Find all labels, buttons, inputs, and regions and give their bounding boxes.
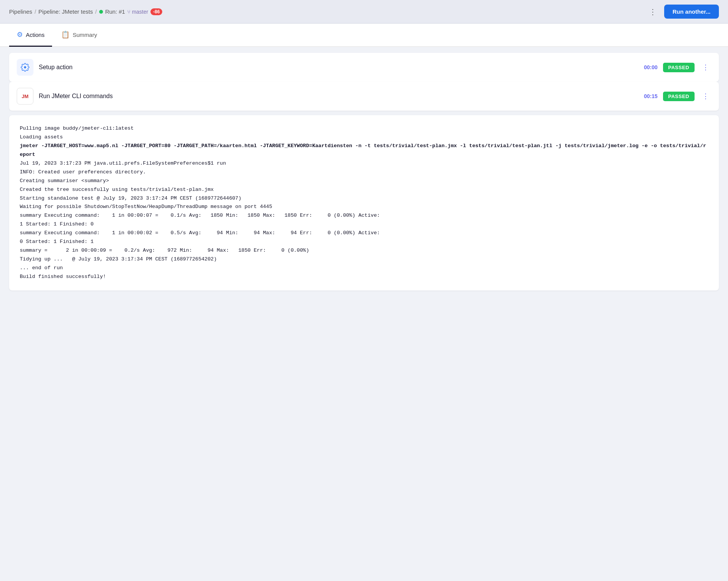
header-right: ⋮ Run another... (646, 5, 719, 19)
action-card-setup: Setup action 00:00 PASSED ⋮ (9, 53, 719, 82)
log-panel: Pulling image buddy/jmeter-cli:latestLoa… (9, 115, 719, 290)
breadcrumb-sep1: / (35, 8, 36, 15)
action-left-setup: Setup action (17, 59, 73, 76)
action-cards-container: Setup action 00:00 PASSED ⋮ JM Run JMete… (9, 53, 719, 111)
breadcrumb-pipeline[interactable]: Pipeline: JMeter tests (38, 8, 93, 15)
breadcrumb-pipelines[interactable]: Pipelines (9, 8, 32, 15)
actions-tab-label: Actions (26, 32, 44, 38)
action-card-jmeter: JM Run JMeter CLI commands 00:15 PASSED … (9, 82, 719, 111)
log-line: ... end of run (20, 264, 708, 273)
number-badge: -86 (150, 8, 162, 15)
header-bar: Pipelines / Pipeline: JMeter tests / Run… (0, 0, 728, 24)
action-left-jmeter: JM Run JMeter CLI commands (17, 88, 113, 105)
action-name-jmeter: Run JMeter CLI commands (39, 93, 113, 100)
tab-summary[interactable]: 📋Summary (54, 24, 104, 47)
log-line: INFO: Created user preferences directory… (20, 168, 708, 177)
summary-tab-icon: 📋 (61, 30, 70, 39)
action-time-jmeter: 00:15 (644, 93, 658, 99)
log-line: jmeter -JTARGET_HOST=www.map5.nl -JTARGE… (20, 142, 708, 159)
breadcrumb-run[interactable]: Run: #1 (105, 8, 125, 15)
run-status-dot (99, 10, 103, 14)
status-badge-setup: PASSED (663, 63, 695, 72)
log-line: Loading assets (20, 133, 708, 142)
action-right-setup: 00:00 PASSED ⋮ (644, 62, 711, 73)
log-line: Tidying up ... @ July 19, 2023 3:17:34 P… (20, 255, 708, 264)
main-content: Setup action 00:00 PASSED ⋮ JM Run JMete… (0, 47, 728, 297)
action-right-jmeter: 00:15 PASSED ⋮ (644, 90, 711, 102)
more-options-button[interactable]: ⋮ (646, 6, 660, 18)
branch-badge[interactable]: ⑂ master (127, 9, 148, 15)
breadcrumb: Pipelines / Pipeline: JMeter tests / Run… (9, 8, 162, 15)
action-icon-jmeter: JM (17, 88, 33, 105)
action-icon-setup (17, 59, 33, 76)
log-line: Starting standalone test @ July 19, 2023… (20, 194, 708, 203)
log-line: Jul 19, 2023 3:17:23 PM java.util.prefs.… (20, 159, 708, 168)
log-line: 1 Started: 1 Finished: 0 (20, 220, 708, 229)
log-line: Build finished successfully! (20, 273, 708, 281)
actions-tab-icon: ⚙ (17, 30, 23, 39)
branch-label: master (132, 9, 148, 15)
branch-icon: ⑂ (127, 9, 130, 15)
breadcrumb-sep2: / (95, 8, 97, 15)
log-line: Created the tree successfully using test… (20, 186, 708, 194)
log-line: 0 Started: 1 Finished: 1 (20, 238, 708, 246)
log-line: summary = 2 in 00:00:09 = 0.2/s Avg: 972… (20, 246, 708, 255)
action-name-setup: Setup action (39, 64, 73, 71)
action-more-btn-jmeter[interactable]: ⋮ (700, 90, 711, 102)
run-another-button[interactable]: Run another... (664, 5, 719, 19)
log-line: summary Executing command: 1 in 00:00:07… (20, 211, 708, 220)
log-line: Waiting for possible Shutdown/StopTestNo… (20, 203, 708, 211)
log-line: summary Executing command: 1 in 00:00:02… (20, 229, 708, 238)
tabs-bar: ⚙Actions📋Summary (0, 24, 728, 47)
tab-actions[interactable]: ⚙Actions (9, 24, 52, 47)
summary-tab-label: Summary (73, 32, 97, 38)
run-label: Run: #1 (99, 8, 125, 15)
log-line: Pulling image buddy/jmeter-cli:latest (20, 124, 708, 133)
action-more-btn-setup[interactable]: ⋮ (700, 62, 711, 73)
status-badge-jmeter: PASSED (663, 92, 695, 101)
log-line: Creating summariser <summary> (20, 177, 708, 186)
action-time-setup: 00:00 (644, 64, 658, 70)
